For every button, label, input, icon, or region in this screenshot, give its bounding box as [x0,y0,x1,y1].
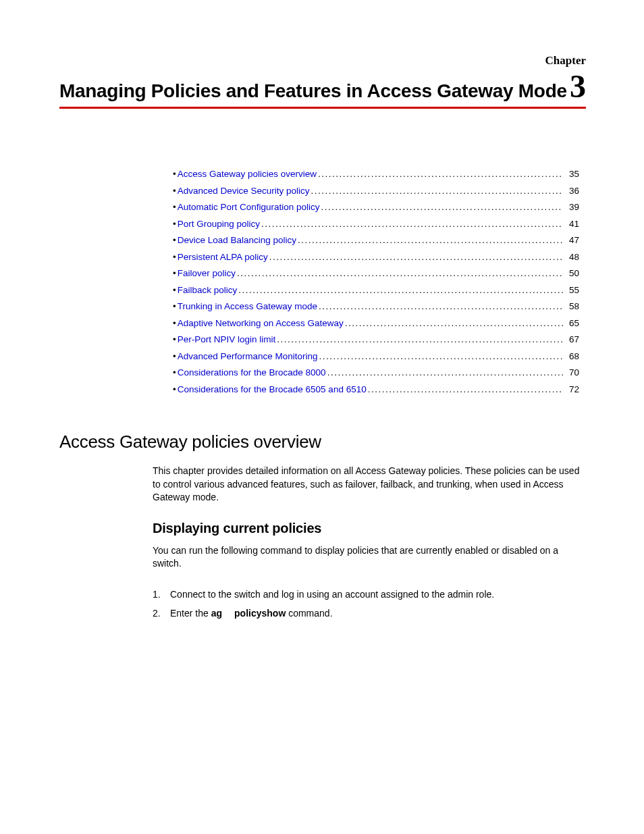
bullet-icon: • [173,253,176,262]
toc-link[interactable]: Per-Port NPIV login limit [178,335,276,344]
toc-page: 47 [564,236,579,245]
toc-page: 72 [564,385,579,394]
toc-leader [319,352,563,361]
step-number: 1. [153,587,170,602]
step-text: Enter the agpolicyshow command. [170,606,333,621]
toc-page: 48 [564,253,579,262]
toc-item: • Advanced Performance Monitoring 68 [173,352,579,361]
bullet-icon: • [173,286,176,295]
toc-link[interactable]: Persistent ALPA policy [178,253,268,262]
step-item: 1. Connect to the switch and log in usin… [153,587,586,602]
toc: • Access Gateway policies overview 35 • … [173,170,579,394]
command-text: ag [211,608,222,619]
toc-item: • Port Grouping policy 41 [173,219,579,229]
toc-page: 50 [564,269,579,278]
bullet-icon: • [173,385,176,394]
toc-leader [261,219,563,229]
toc-page: 68 [564,352,579,361]
toc-page: 39 [564,203,579,212]
toc-leader [345,319,563,328]
toc-leader [311,186,563,196]
toc-link[interactable]: Port Grouping policy [178,219,260,229]
toc-item: • Persistent ALPA policy 48 [173,253,579,262]
toc-link[interactable]: Failover policy [178,269,236,278]
toc-page: 55 [564,286,579,295]
bullet-icon: • [173,203,176,212]
toc-leader [237,269,563,278]
toc-item: • Device Load Balancing policy 47 [173,236,579,245]
toc-leader [321,203,563,212]
toc-leader [319,302,563,311]
section-subheading: Displaying current policies [153,521,586,536]
section-intro: This chapter provides detailed informati… [153,465,586,504]
toc-leader [238,286,563,295]
ordered-steps: 1. Connect to the switch and log in usin… [153,587,586,621]
toc-item: • Trunking in Access Gateway mode 58 [173,302,579,311]
chapter-rule [59,107,586,109]
toc-leader [327,368,563,377]
toc-item: • Automatic Port Configuration policy 39 [173,203,579,212]
toc-link[interactable]: Device Load Balancing policy [178,236,296,245]
bullet-icon: • [173,368,176,377]
toc-page: 70 [564,368,579,377]
toc-link[interactable]: Failback policy [178,286,238,295]
bullet-icon: • [173,219,176,229]
toc-page: 41 [564,219,579,229]
toc-item: • Access Gateway policies overview 35 [173,170,579,179]
toc-link[interactable]: Automatic Port Configuration policy [178,203,320,212]
toc-item: • Adaptive Networking on Access Gateway … [173,319,579,328]
section-heading: Access Gateway policies overview [59,432,586,452]
section-sub-intro: You can run the following command to dis… [153,544,586,571]
bullet-icon: • [173,170,176,179]
toc-leader [298,236,563,245]
toc-page: 36 [564,186,579,196]
toc-link[interactable]: Advanced Device Security policy [178,186,310,196]
toc-item: • Advanced Device Security policy 36 [173,186,579,196]
bullet-icon: • [173,352,176,361]
toc-page: 58 [564,302,579,311]
toc-leader [277,335,563,344]
toc-item: • Considerations for the Brocade 8000 70 [173,368,579,377]
toc-link[interactable]: Considerations for the Brocade 6505 and … [178,385,367,394]
toc-item: • Failback policy 55 [173,286,579,295]
toc-page: 35 [564,170,579,179]
toc-page: 65 [564,319,579,328]
bullet-icon: • [173,269,176,278]
step-number: 2. [153,606,170,621]
chapter-number: 3 [570,70,586,103]
step-item: 2. Enter the agpolicyshow command. [153,606,586,621]
toc-item: • Considerations for the Brocade 6505 an… [173,385,579,394]
bullet-icon: • [173,335,176,344]
toc-item: • Per-Port NPIV login limit 67 [173,335,579,344]
toc-link[interactable]: Considerations for the Brocade 8000 [178,368,326,377]
bullet-icon: • [173,319,176,328]
toc-link[interactable]: Adaptive Networking on Access Gateway [178,319,344,328]
toc-link[interactable]: Access Gateway policies overview [178,170,317,179]
toc-link[interactable]: Advanced Performance Monitoring [178,352,318,361]
chapter-title: Managing Policies and Features in Access… [59,80,567,102]
chapter-label: Chapter [59,54,586,68]
toc-leader [269,253,563,262]
bullet-icon: • [173,236,176,245]
step-text: Connect to the switch and log in using a… [170,587,494,602]
toc-leader [318,170,563,179]
command-text: policyshow [234,608,286,619]
toc-leader [368,385,563,394]
title-row: Managing Policies and Features in Access… [59,70,586,103]
bullet-icon: • [173,186,176,196]
toc-item: • Failover policy 50 [173,269,579,278]
toc-link[interactable]: Trunking in Access Gateway mode [178,302,317,311]
toc-page: 67 [564,335,579,344]
bullet-icon: • [173,302,176,311]
